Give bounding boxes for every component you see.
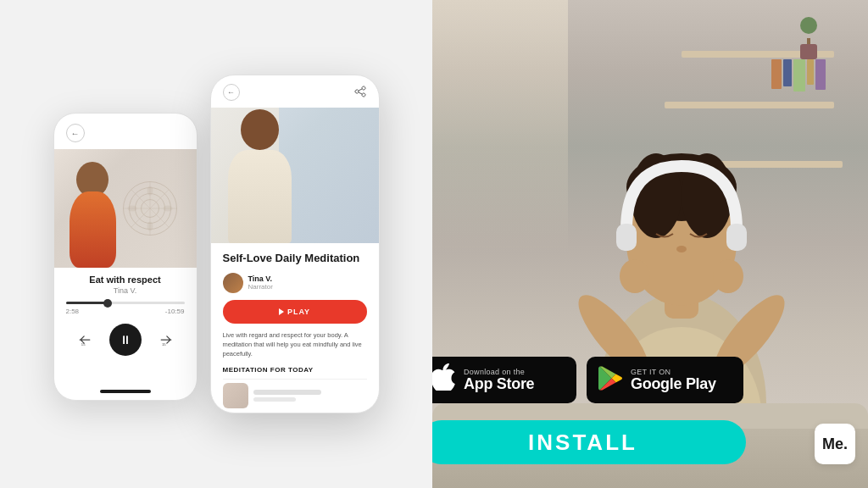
phone1-back-button[interactable]: ←: [66, 124, 85, 142]
narrator-role: Narrator: [248, 283, 273, 291]
svg-point-27: [620, 259, 650, 293]
left-section: ←: [0, 0, 432, 488]
install-label: INSTALL: [528, 430, 637, 456]
share-button[interactable]: [353, 85, 367, 101]
plant-decoration: [796, 17, 821, 59]
narrator-name: Tina V.: [248, 274, 273, 283]
list-thumbnail: [223, 383, 248, 408]
googleplay-text: GET IT ON Google Play: [631, 368, 716, 393]
phone1-track-info: Eat with respect Tina V. 2:58 -10:59 15: [54, 268, 197, 363]
appstore-text: Download on the App Store: [464, 368, 534, 393]
phone2-content: Self-Love Daily Meditation Tina V. Narra…: [211, 243, 379, 413]
phone-mockup-1: ←: [53, 113, 198, 401]
rewind-button[interactable]: 15: [74, 329, 96, 351]
svg-rect-24: [726, 224, 747, 251]
appstore-line2: App Store: [464, 376, 534, 393]
googleplay-line2: Google Play: [631, 376, 716, 393]
list-item-1: [223, 379, 367, 412]
phone1-controls: 15 ⏸ 15: [66, 324, 185, 356]
svg-point-10: [127, 206, 136, 212]
svg-point-22: [676, 246, 687, 252]
svg-rect-23: [616, 224, 637, 251]
svg-text:15: 15: [162, 342, 166, 347]
play-button[interactable]: PLAY: [223, 300, 367, 324]
svg-point-11: [163, 206, 172, 212]
phone2-title: Self-Love Daily Meditation: [223, 252, 367, 266]
svg-point-9: [147, 221, 153, 230]
pause-button[interactable]: ⏸: [109, 324, 142, 356]
phone2-back-button[interactable]: ←: [223, 84, 240, 101]
play-icon: [279, 308, 284, 315]
narrator-info: Tina V. Narrator: [223, 273, 367, 293]
phone1-home-bar: [100, 390, 151, 393]
install-button[interactable]: INSTALL: [432, 420, 746, 464]
right-section: Download on the App Store GET IT ON Goog…: [432, 0, 868, 488]
phone2-description: Live with regard and respect for your bo…: [223, 330, 367, 359]
phone-mockup-2: ← Self-Love Daily Meditation Tina: [210, 75, 380, 413]
phone1-artist: Tina V.: [66, 286, 185, 295]
store-buttons-container: Download on the App Store GET IT ON Goog…: [432, 357, 743, 403]
phone1-times: 2:58 -10:59: [66, 308, 185, 315]
google-play-icon: [598, 366, 622, 395]
svg-point-8: [147, 186, 153, 195]
apple-icon: [432, 363, 455, 396]
narrator-avatar: [223, 273, 243, 293]
me-logo[interactable]: Me.: [815, 424, 855, 464]
svg-text:15: 15: [81, 342, 85, 347]
fast-forward-button[interactable]: 15: [155, 329, 177, 351]
phone2-section-title: MEDITATION FOR TODAY: [223, 366, 367, 374]
phone1-progress-bar[interactable]: [66, 302, 185, 304]
phone1-title: Eat with respect: [66, 274, 185, 285]
list-item-text: [253, 390, 321, 402]
phone2-hero-image: [211, 108, 379, 243]
google-play-button[interactable]: GET IT ON Google Play: [587, 357, 743, 403]
phone1-album-art: [54, 149, 197, 268]
svg-point-28: [713, 259, 743, 293]
app-store-button[interactable]: Download on the App Store: [432, 357, 576, 403]
